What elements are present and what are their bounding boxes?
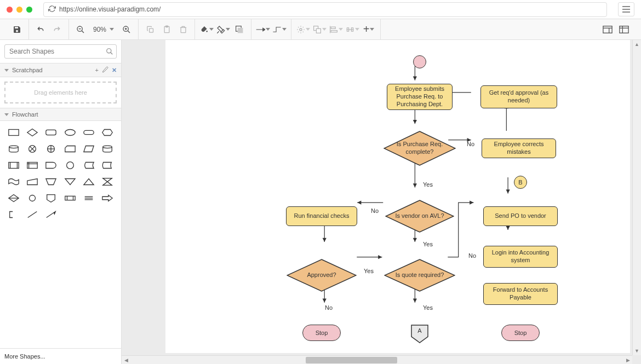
- shape-triangle-up[interactable]: [81, 175, 97, 189]
- shape-subroutine[interactable]: [5, 158, 22, 172]
- node-login[interactable]: Login into Accounting system: [483, 246, 558, 268]
- collapse-icon: [4, 113, 9, 116]
- shape-trapezoid-down[interactable]: [43, 175, 59, 189]
- scroll-left-icon[interactable]: ◀: [122, 356, 130, 364]
- zoom-level-dropdown[interactable]: 90%: [90, 26, 117, 33]
- node-is-quote[interactable]: Is quote required?: [384, 259, 455, 292]
- shape-circle[interactable]: [61, 158, 78, 172]
- align-button[interactable]: [329, 22, 343, 37]
- node-submit[interactable]: Employee submits Purchase Req. to Purcha…: [387, 84, 453, 110]
- svg-rect-19: [316, 28, 321, 33]
- connection-style-button[interactable]: [256, 22, 270, 37]
- node-approved[interactable]: Approved?: [287, 259, 357, 292]
- shape-arrow-line[interactable]: [43, 207, 59, 222]
- node-connector-b[interactable]: B: [514, 176, 527, 189]
- diagram-canvas[interactable]: Employee submits Purchase Req. to Purcha…: [122, 40, 641, 364]
- outline-panel-toggle[interactable]: [617, 22, 631, 37]
- shape-arrow-right[interactable]: [99, 191, 116, 205]
- shape-triangle-down[interactable]: [61, 175, 78, 189]
- scratchpad-dropzone[interactable]: Drag elements here: [4, 82, 117, 103]
- node-correct-mistakes[interactable]: Employee corrects mistakes: [482, 138, 556, 158]
- shape-small-circle[interactable]: [24, 191, 41, 205]
- scroll-up-icon[interactable]: ▲: [633, 40, 641, 49]
- node-stop-left[interactable]: Stop: [302, 325, 341, 341]
- node-forward[interactable]: Forward to Accounts Payable: [483, 283, 558, 305]
- minimize-window-icon[interactable]: [16, 7, 22, 13]
- line-color-button[interactable]: [216, 22, 230, 37]
- paste-button[interactable]: [159, 22, 174, 37]
- redo-button[interactable]: [50, 22, 64, 37]
- shadow-button[interactable]: [232, 22, 247, 37]
- distribute-button[interactable]: [345, 22, 359, 37]
- fill-color-button[interactable]: [199, 22, 214, 37]
- close-icon[interactable]: ✕: [112, 67, 117, 74]
- shape-offpage[interactable]: [43, 191, 59, 205]
- shape-card[interactable]: [61, 142, 78, 156]
- to-front-button[interactable]: [312, 22, 327, 37]
- shape-rectangle[interactable]: [5, 125, 22, 140]
- undo-button[interactable]: [33, 22, 48, 37]
- shape-hourglass[interactable]: [99, 175, 116, 189]
- shape-sort[interactable]: [5, 191, 22, 205]
- delete-button[interactable]: [176, 22, 190, 37]
- svg-rect-34: [9, 130, 19, 136]
- add-icon[interactable]: +: [95, 67, 99, 73]
- url-bar[interactable]: https://online.visual-paradigm.com/: [43, 2, 607, 17]
- zoom-out-button[interactable]: [73, 22, 88, 37]
- shape-stored-left[interactable]: [81, 158, 97, 172]
- shape-circle-plus[interactable]: [43, 142, 59, 156]
- close-window-icon[interactable]: [7, 7, 13, 13]
- horizontal-scrollbar[interactable]: ◀ ▶: [122, 355, 632, 364]
- format-panel-toggle[interactable]: [600, 22, 615, 37]
- edge-label-no: No: [467, 141, 474, 147]
- shape-capsule[interactable]: [81, 125, 97, 140]
- scroll-down-icon[interactable]: ▼: [633, 346, 641, 355]
- shape-hexagon[interactable]: [99, 125, 116, 140]
- save-button[interactable]: [10, 22, 24, 37]
- shape-line[interactable]: [24, 207, 41, 222]
- more-shapes-link[interactable]: More Shapes...: [0, 348, 121, 364]
- shape-diamond[interactable]: [24, 125, 41, 140]
- shape-manual-input[interactable]: [24, 175, 41, 189]
- shape-ellipse[interactable]: [61, 125, 78, 140]
- shape-cylinder-top[interactable]: [5, 142, 22, 156]
- shape-parallelogram[interactable]: [81, 142, 97, 156]
- chevron-down-icon: [110, 28, 114, 31]
- zoom-in-button[interactable]: [119, 22, 134, 37]
- flowchart-panel-header[interactable]: Flowchart: [0, 108, 121, 121]
- waypoint-style-button[interactable]: [272, 22, 287, 37]
- search-shapes-input[interactable]: [4, 44, 117, 59]
- copy-button[interactable]: [143, 22, 157, 37]
- scroll-right-icon[interactable]: ▶: [623, 356, 632, 364]
- svg-line-72: [28, 212, 37, 218]
- search-icon[interactable]: [106, 48, 113, 57]
- node-connector-a[interactable]: A: [411, 325, 428, 343]
- node-start[interactable]: [413, 55, 426, 68]
- node-get-approval[interactable]: Get req'd approval (as needed): [480, 85, 557, 108]
- node-is-complete[interactable]: Is Purchase Req. complete?: [384, 131, 456, 166]
- shape-cylinder-side[interactable]: [99, 142, 116, 156]
- shape-circle-x[interactable]: [24, 142, 41, 156]
- reload-icon[interactable]: [48, 5, 56, 14]
- node-run-checks[interactable]: Run financial checks: [286, 206, 357, 226]
- shape-rounded-rect[interactable]: [43, 125, 59, 140]
- shape-transfer[interactable]: [81, 191, 97, 205]
- shape-annotation[interactable]: [5, 207, 22, 222]
- shape-process-bar[interactable]: [61, 191, 78, 205]
- shape-stored-data[interactable]: [99, 158, 116, 172]
- insert-button[interactable]: +: [362, 22, 376, 37]
- shape-delay[interactable]: [43, 158, 59, 172]
- vertical-scrollbar[interactable]: ▲ ▼: [632, 40, 641, 355]
- node-is-avl[interactable]: Is vendor on AVL?: [385, 200, 454, 233]
- maximize-window-icon[interactable]: [26, 7, 32, 13]
- node-stop-right[interactable]: Stop: [501, 325, 540, 341]
- hamburger-menu-button[interactable]: [618, 2, 634, 16]
- edit-icon[interactable]: [102, 66, 108, 74]
- zoom-value: 90%: [93, 26, 106, 33]
- scratchpad-panel-header[interactable]: Scratchpad + ✕: [0, 63, 121, 77]
- node-send-po[interactable]: Send PO to vendor: [483, 206, 558, 226]
- shape-tape[interactable]: [5, 175, 22, 189]
- scrollbar-thumb[interactable]: [306, 357, 398, 363]
- shape-internal-storage[interactable]: [24, 158, 41, 172]
- edit-style-button[interactable]: [296, 22, 310, 37]
